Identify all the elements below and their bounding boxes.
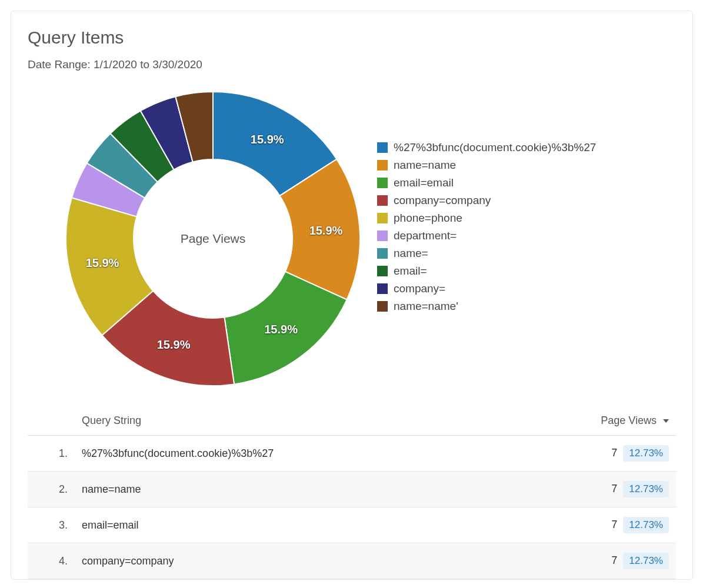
row-pct-badge: 12.73% xyxy=(623,481,669,497)
legend-label: email= xyxy=(394,265,427,278)
legend-swatch xyxy=(377,248,388,259)
row-index: 2. xyxy=(28,472,75,507)
row-count: 7 xyxy=(611,519,617,530)
row-views: 712.73% xyxy=(541,436,676,472)
row-count: 7 xyxy=(611,447,617,459)
legend-label: company=company xyxy=(394,194,491,207)
legend-swatch xyxy=(377,178,388,188)
col-page-views[interactable]: Page Views xyxy=(541,406,676,436)
legend-swatch xyxy=(377,266,388,276)
legend-item[interactable]: company= xyxy=(377,282,596,295)
row-views: 712.73% xyxy=(541,507,676,543)
query-items-card: Query Items Date Range: 1/1/2020 to 3/30… xyxy=(11,11,693,580)
row-query: %27%3bfunc(document.cookie)%3b%27 xyxy=(75,436,541,472)
row-views: 712.73% xyxy=(541,472,676,507)
legend-swatch xyxy=(377,283,388,294)
legend-swatch xyxy=(377,213,388,223)
row-pct-badge: 12.73% xyxy=(623,517,669,533)
row-pct-badge: 12.73% xyxy=(623,553,669,569)
table-row[interactable]: 2.name=name712.73% xyxy=(28,472,676,507)
table-row[interactable]: 3.email=email712.73% xyxy=(28,507,676,543)
legend-label: name= xyxy=(394,247,428,260)
row-count: 7 xyxy=(611,554,617,566)
legend-item[interactable]: email= xyxy=(377,265,596,278)
row-query: name=name xyxy=(75,472,541,507)
legend-label: name=name' xyxy=(394,300,458,313)
legend-item[interactable]: email=email xyxy=(377,176,596,189)
legend-swatch xyxy=(377,142,388,153)
row-query: email=email xyxy=(75,507,541,543)
legend-swatch xyxy=(377,160,388,171)
legend-item[interactable]: phone=phone xyxy=(377,212,596,225)
legend-item[interactable]: name=name xyxy=(377,159,596,172)
legend-label: %27%3bfunc(document.cookie)%3b%27 xyxy=(394,141,596,154)
row-query: company=company xyxy=(75,543,541,579)
legend-label: company= xyxy=(394,282,445,295)
legend-label: department= xyxy=(394,229,457,242)
legend-swatch xyxy=(377,195,388,206)
legend-swatch xyxy=(377,230,388,241)
chart-legend: %27%3bfunc(document.cookie)%3b%27name=na… xyxy=(377,141,596,313)
row-index: 1. xyxy=(28,436,75,472)
legend-item[interactable]: name=name' xyxy=(377,300,596,313)
legend-item[interactable]: company=company xyxy=(377,194,596,207)
legend-label: name=name xyxy=(394,159,456,172)
table-row[interactable]: 4.company=company712.73% xyxy=(28,543,676,579)
legend-swatch xyxy=(377,301,388,312)
row-index: 4. xyxy=(28,543,75,579)
sort-desc-icon xyxy=(663,419,669,423)
col-query-string[interactable]: Query String xyxy=(75,406,541,436)
legend-label: phone=phone xyxy=(394,212,462,225)
row-index: 3. xyxy=(28,507,75,543)
legend-item[interactable]: %27%3bfunc(document.cookie)%3b%27 xyxy=(377,141,596,154)
table-row[interactable]: 1.%27%3bfunc(document.cookie)%3b%27712.7… xyxy=(28,436,676,472)
col-page-views-label: Page Views xyxy=(601,415,657,426)
chart-row: Page Views 15.9%15.9%15.9%15.9%15.9% %27… xyxy=(28,89,676,389)
row-pct-badge: 12.73% xyxy=(623,445,669,462)
legend-label: email=email xyxy=(394,176,454,189)
legend-item[interactable]: name= xyxy=(377,247,596,260)
legend-item[interactable]: department= xyxy=(377,229,596,242)
row-views: 712.73% xyxy=(541,543,676,579)
row-count: 7 xyxy=(611,483,617,495)
card-title: Query Items xyxy=(28,28,676,48)
date-range: Date Range: 1/1/2020 to 3/30/2020 xyxy=(28,58,676,71)
col-index xyxy=(28,406,75,436)
donut-chart: Page Views 15.9%15.9%15.9%15.9%15.9% xyxy=(63,89,363,389)
query-table: Query String Page Views 1.%27%3bfunc(doc… xyxy=(28,406,676,579)
